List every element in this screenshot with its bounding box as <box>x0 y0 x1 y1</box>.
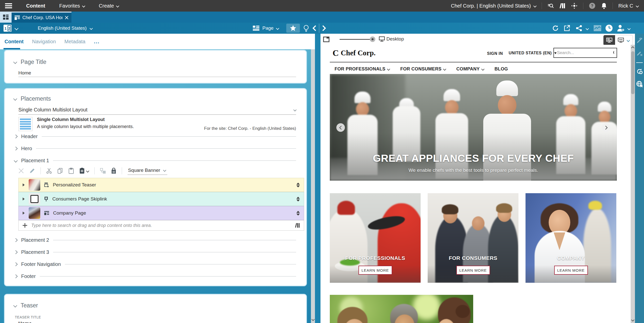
expand-preview-chevron-icon[interactable] <box>322 25 326 31</box>
device-slider-track[interactable] <box>340 39 372 40</box>
carousel-next-button[interactable] <box>602 123 610 132</box>
list-item-company-page[interactable]: Company Page <box>18 206 304 220</box>
page-title-field[interactable]: Home <box>18 70 31 76</box>
site-search-box[interactable] <box>553 48 617 58</box>
site-logo[interactable]: C Chef Corp. <box>333 49 376 57</box>
hamburger-menu-icon[interactable] <box>5 3 12 8</box>
view-mode-selector[interactable]: Page <box>253 23 279 34</box>
lock-icon[interactable] <box>111 168 116 174</box>
nav-for-consumers[interactable]: FOR CONSUMERS <box>400 66 446 72</box>
drag-handle-icon[interactable] <box>296 197 300 201</box>
form-tab-navigation[interactable]: Navigation <box>32 39 56 45</box>
layout-select[interactable]: Single Column Multislot Layout <box>18 107 296 113</box>
teaser-section-header[interactable]: Teaser <box>14 302 38 309</box>
panel-splitter[interactable] <box>315 34 320 323</box>
menu-item-favorites[interactable]: Favorites <box>59 3 85 9</box>
collapse-panel-chevron-icon[interactable] <box>312 25 316 31</box>
annotate-remove-pen-icon[interactable] <box>636 50 643 56</box>
sync-compare-icon[interactable] <box>636 68 643 75</box>
preview-image-variants-icon[interactable] <box>594 25 601 31</box>
form-tab-more[interactable]: ... <box>94 39 100 45</box>
learn-more-button[interactable]: LEARN MORE <box>358 266 392 275</box>
cut-scissors-icon[interactable] <box>46 168 52 174</box>
share-icon[interactable] <box>576 25 583 32</box>
scroll-up-icon[interactable] <box>631 46 634 50</box>
nav-company[interactable]: COMPANY <box>456 66 484 72</box>
expand-triangle-icon[interactable] <box>23 197 25 200</box>
placement-row-placement2[interactable]: Placement 2 <box>14 237 296 243</box>
banner-type-select[interactable]: Square Banner <box>128 167 167 175</box>
sign-in-link[interactable]: SIGN IN <box>487 51 503 56</box>
menu-item-content[interactable]: Content <box>26 3 45 9</box>
share-dropdown-chevron-icon[interactable] <box>586 27 589 30</box>
placement-search-drop-area[interactable]: Type here to search or drag and drop con… <box>18 220 304 231</box>
learn-more-button[interactable]: LEARN MORE <box>554 266 588 275</box>
form-tab-metadata[interactable]: Metadata <box>64 39 85 45</box>
paste-special-button[interactable] <box>79 168 89 174</box>
open-linked-content-icon[interactable] <box>100 168 106 174</box>
list-item-personalized-teaser[interactable]: Personalized Teaser <box>18 178 304 192</box>
learn-more-button[interactable]: LEARN MORE <box>456 266 490 275</box>
teaser-card-for-professionals[interactable]: FOR PROFESSIONALS LEARN MORE <box>330 193 421 283</box>
teaser-card-for-consumers[interactable]: FOR CONSUMERS LEARN MORE <box>428 193 518 283</box>
preview-scrollbar[interactable] <box>631 45 635 323</box>
lightbulb-icon[interactable] <box>303 25 309 32</box>
paste-icon[interactable] <box>68 168 74 174</box>
search-icon[interactable] <box>613 50 614 55</box>
desktop-preview-button[interactable] <box>603 35 615 45</box>
globe-disable-icon[interactable] <box>636 80 643 88</box>
open-in-new-tab-icon[interactable] <box>564 25 571 32</box>
notifications-bell-icon[interactable] <box>601 3 607 9</box>
library-icon[interactable] <box>559 3 566 9</box>
site-search-input[interactable] <box>556 50 613 56</box>
user-menu[interactable]: Rick C <box>618 3 638 9</box>
nav-blog[interactable]: BLOG <box>495 66 508 72</box>
placement-row-placement3[interactable]: Placement 3 <box>14 249 296 255</box>
close-tab-icon[interactable] <box>65 16 68 19</box>
locale-selector[interactable]: English (United States) <box>38 23 92 34</box>
expand-triangle-icon[interactable] <box>23 183 25 186</box>
compare-versions-icon[interactable]: 1 2 <box>4 25 12 32</box>
edit-pencil-icon[interactable] <box>29 168 35 174</box>
form-scrollbar[interactable] <box>311 49 315 323</box>
bookmark-star-button[interactable] <box>286 24 300 33</box>
hero-banner[interactable]: GREAT APPLIANCES FOR EVERY CHEF We enabl… <box>330 74 617 181</box>
page-title-section-header[interactable]: Page Title <box>14 59 46 65</box>
preview-as-persona-icon[interactable] <box>617 24 625 32</box>
menu-item-create[interactable]: Create <box>99 3 119 9</box>
reload-preview-icon[interactable] <box>552 25 559 32</box>
form-tab-content[interactable]: Content <box>5 39 24 45</box>
tab-chef-corp-usa-home[interactable]: Chef Corp. USA Home... <box>12 12 71 23</box>
scroll-down-icon[interactable] <box>311 318 315 321</box>
advanced-search-icon[interactable] <box>547 3 554 9</box>
versions-dropdown-chevron-icon[interactable] <box>15 26 19 30</box>
persona-dropdown-chevron-icon[interactable] <box>627 27 631 30</box>
help-icon[interactable]: ? <box>589 3 595 9</box>
time-travel-clock-icon[interactable] <box>605 24 613 32</box>
scroll-down-icon[interactable] <box>631 318 634 321</box>
placement-row-hero[interactable]: Hero <box>14 146 296 151</box>
list-item-consumers-page-skiplink[interactable]: Consumers Page Skiplink <box>18 192 304 206</box>
placement-row-placement1[interactable]: Placement 1 <box>14 158 296 164</box>
device-dropdown-chevron-icon[interactable] <box>627 39 630 42</box>
remove-icon[interactable] <box>18 168 24 174</box>
placement-row-footer[interactable]: Footer <box>14 273 296 279</box>
nav-for-professionals[interactable]: FOR PROFESSIONALS <box>335 66 390 72</box>
annotate-curve-pen-icon[interactable] <box>636 37 643 44</box>
site-selector[interactable]: Chef Corp. | English (United States) <box>451 3 536 9</box>
copy-icon[interactable] <box>57 168 63 174</box>
placement-row-header[interactable]: Header <box>14 134 296 139</box>
teaser-card-company[interactable]: COMPANY LEARN MORE <box>526 193 616 283</box>
drag-handle-icon[interactable] <box>296 211 300 216</box>
scrollbar-thumb[interactable] <box>631 51 634 94</box>
region-selector[interactable]: UNITED STATES (EN) <box>509 51 557 55</box>
responsive-preview-button[interactable] <box>615 35 627 45</box>
device-slider-handle[interactable] <box>370 36 375 42</box>
drag-handle-icon[interactable] <box>296 183 300 187</box>
placements-section-header[interactable]: Placements <box>14 95 51 102</box>
locate-target-icon[interactable] <box>571 3 578 9</box>
preview-frame-icon[interactable] <box>323 36 330 42</box>
expand-triangle-icon[interactable] <box>23 212 25 215</box>
library-toggle-button[interactable] <box>0 12 12 23</box>
placement-row-footer-navigation[interactable]: Footer Navigation <box>14 261 296 267</box>
